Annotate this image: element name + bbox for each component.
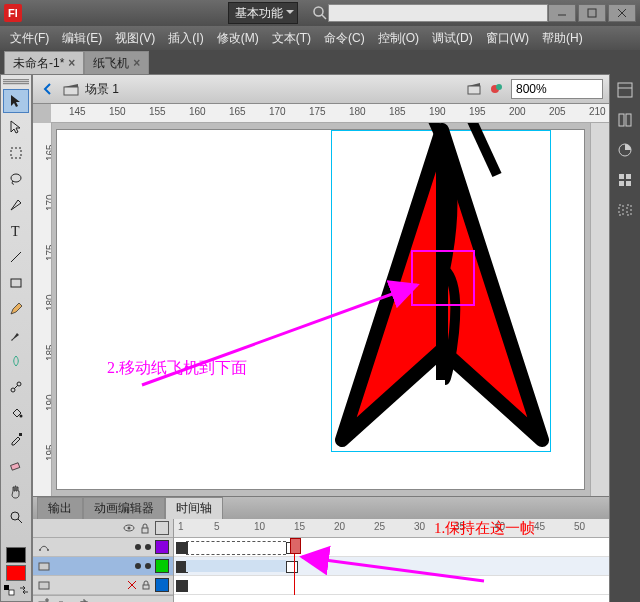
layer-row-3[interactable]	[33, 576, 173, 595]
close-button[interactable]	[608, 4, 636, 22]
frame-row-1[interactable]	[174, 538, 609, 557]
keyframe[interactable]	[176, 580, 188, 592]
text-tool[interactable]: T	[3, 219, 29, 243]
layer-icon	[37, 559, 51, 573]
layer-row-2[interactable]	[33, 557, 173, 576]
tab-output[interactable]: 输出	[37, 497, 83, 519]
hruler-tick: 180	[349, 106, 366, 117]
free-transform-tool[interactable]	[3, 141, 29, 165]
vruler-tick: 165	[45, 144, 52, 161]
lock-dot[interactable]	[145, 563, 151, 569]
pen-tool[interactable]	[3, 193, 29, 217]
app-logo-icon: Fl	[4, 4, 22, 22]
swap-colors-icon[interactable]	[17, 583, 31, 597]
deco-tool[interactable]	[3, 349, 29, 373]
tab-timeline[interactable]: 时间轴	[165, 497, 223, 519]
stroke-color-swatch[interactable]	[6, 547, 26, 563]
visibility-header-icon[interactable]	[123, 522, 135, 534]
keyframe-selected[interactable]	[286, 561, 298, 573]
menu-window[interactable]: 窗口(W)	[480, 28, 535, 49]
workspace-selector[interactable]: 基本功能	[228, 2, 298, 24]
eyedropper-tool[interactable]	[3, 427, 29, 451]
tab-doc2-close-icon[interactable]: ×	[133, 56, 140, 70]
new-folder-icon[interactable]	[57, 598, 71, 602]
visibility-off-icon[interactable]	[127, 580, 137, 590]
properties-panel-icon[interactable]	[615, 80, 635, 100]
horizontal-ruler[interactable]: 145 150 155 160 165 170 175 180 185 190 …	[51, 104, 609, 123]
eraser-tool[interactable]	[3, 453, 29, 477]
menu-insert[interactable]: 插入(I)	[162, 28, 209, 49]
line-tool[interactable]	[3, 245, 29, 269]
pencil-tool[interactable]	[3, 297, 29, 321]
align-panel-icon[interactable]	[615, 200, 635, 220]
frame-row-3[interactable]	[174, 576, 609, 595]
tab-doc2[interactable]: 纸飞机×	[84, 51, 149, 74]
minimize-button[interactable]	[548, 4, 576, 22]
svg-line-13	[14, 385, 18, 389]
layer-row-1[interactable]	[33, 538, 173, 557]
menu-help[interactable]: 帮助(H)	[536, 28, 589, 49]
lock-header-icon[interactable]	[139, 522, 151, 534]
menu-file[interactable]: 文件(F)	[4, 28, 55, 49]
brush-tool[interactable]	[3, 323, 29, 347]
swatches-panel-icon[interactable]	[615, 170, 635, 190]
delete-layer-icon[interactable]	[77, 598, 91, 602]
vertical-ruler[interactable]: 165 170 175 180 185 190 195	[33, 123, 52, 496]
fill-color-swatch[interactable]	[6, 565, 26, 581]
tab-animation-editor[interactable]: 动画编辑器	[83, 497, 165, 519]
tab-doc1-label: 未命名-1*	[13, 55, 64, 72]
lock-dot[interactable]	[145, 544, 151, 550]
menu-view[interactable]: 视图(V)	[109, 28, 161, 49]
maximize-button[interactable]	[578, 4, 606, 22]
library-panel-icon[interactable]	[615, 110, 635, 130]
bone-tool[interactable]	[3, 375, 29, 399]
menu-modify[interactable]: 修改(M)	[211, 28, 265, 49]
frame-ruler[interactable]: 1 5 10 15 20 25 30 35 40 45 50 55	[174, 519, 609, 538]
menu-debug[interactable]: 调试(D)	[426, 28, 479, 49]
rectangle-tool[interactable]	[3, 271, 29, 295]
hand-tool[interactable]	[3, 479, 29, 503]
scene-back-icon[interactable]	[39, 80, 57, 98]
zoom-input[interactable]	[511, 79, 603, 99]
hruler-tick: 155	[149, 106, 166, 117]
menu-commands[interactable]: 命令(C)	[318, 28, 371, 49]
search-input[interactable]	[328, 4, 548, 22]
edit-symbols-icon[interactable]	[489, 81, 505, 97]
visibility-dot[interactable]	[135, 563, 141, 569]
subselection-tool[interactable]	[3, 115, 29, 139]
outline-color-swatch[interactable]	[155, 578, 169, 592]
toolbox-grip[interactable]	[3, 79, 29, 85]
hruler-tick: 185	[389, 106, 406, 117]
transform-origin-box[interactable]	[411, 250, 475, 306]
svg-rect-36	[143, 585, 149, 589]
zoom-tool[interactable]	[3, 505, 29, 529]
lock-on-icon[interactable]	[141, 580, 151, 590]
edit-scene-icon[interactable]	[467, 81, 483, 97]
frame-row-2[interactable]	[174, 557, 609, 576]
svg-rect-32	[39, 563, 49, 570]
default-colors-icon[interactable]	[2, 583, 16, 597]
tab-doc1[interactable]: 未命名-1*×	[4, 51, 84, 74]
menu-text[interactable]: 文本(T)	[266, 28, 317, 49]
outline-color-swatch[interactable]	[155, 540, 169, 554]
menu-control[interactable]: 控制(O)	[372, 28, 425, 49]
visibility-dot[interactable]	[135, 544, 141, 550]
layer-header	[33, 519, 173, 538]
menu-edit[interactable]: 编辑(E)	[56, 28, 108, 49]
color-panel-icon[interactable]	[615, 140, 635, 160]
outline-color-swatch[interactable]	[155, 559, 169, 573]
selection-tool[interactable]	[3, 89, 29, 113]
tab-doc1-close-icon[interactable]: ×	[68, 56, 75, 70]
frame-num: 15	[294, 521, 305, 532]
paint-bucket-tool[interactable]	[3, 401, 29, 425]
lasso-tool[interactable]	[3, 167, 29, 191]
scene-label: 场景 1	[85, 81, 119, 98]
new-layer-icon[interactable]	[37, 598, 51, 602]
vertical-scrollbar[interactable]	[590, 123, 609, 496]
svg-rect-25	[412, 251, 474, 305]
outline-header-icon[interactable]	[155, 521, 169, 535]
annotation-text-2: 2.移动纸飞机到下面	[107, 358, 247, 379]
playhead[interactable]	[294, 538, 295, 595]
timeline-frames[interactable]: 1 5 10 15 20 25 30 35 40 45 50 55	[174, 519, 609, 602]
stage-area[interactable]: 2.移动纸飞机到下面	[52, 123, 609, 496]
